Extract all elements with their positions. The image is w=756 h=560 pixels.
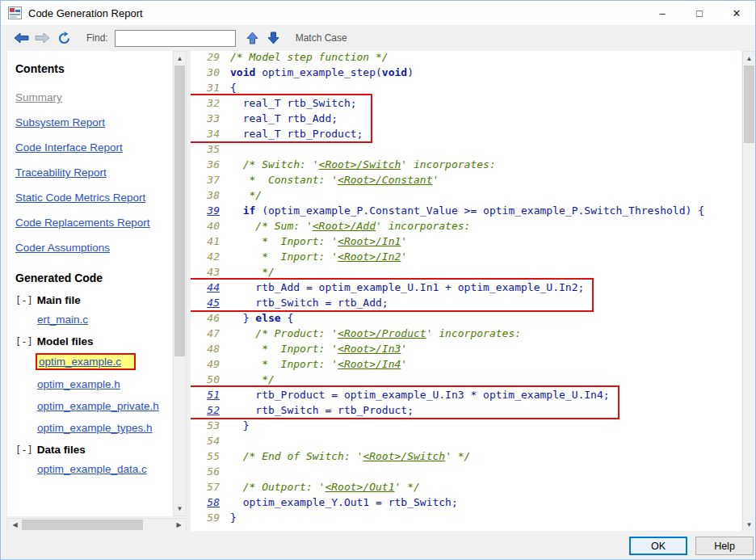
close-icon[interactable]: ✕ bbox=[718, 1, 755, 25]
sidebar-link-code-interface-report[interactable]: Code Interface Report bbox=[15, 141, 123, 154]
code-scrollbar-vertical[interactable]: ▲ ▼ bbox=[742, 51, 756, 533]
code-text: */ bbox=[230, 373, 275, 385]
minimize-icon[interactable]: – bbox=[644, 1, 681, 25]
highlight-box: 32 real_T rtb_Switch;33 real_T rtb_Add;3… bbox=[191, 95, 371, 141]
line-number-link[interactable]: 45 bbox=[199, 295, 220, 310]
file-link-optim_example.h[interactable]: optim_example.h bbox=[37, 378, 120, 390]
line-number: 31 bbox=[199, 80, 220, 95]
find-previous-icon[interactable] bbox=[242, 28, 263, 48]
code-line: 36 /* Switch: '<Root>/Switch' incorporat… bbox=[191, 157, 741, 172]
contents-links: SummarySubsystem ReportCode Interface Re… bbox=[15, 91, 165, 254]
scroll-left-icon[interactable]: ◀ bbox=[8, 519, 22, 531]
line-number: 54 bbox=[199, 433, 220, 448]
code-text: ' bbox=[401, 343, 407, 355]
sidebar-link-subsystem-report[interactable]: Subsystem Report bbox=[15, 116, 105, 128]
sidebar-scrollbar-horizontal[interactable]: ◀ ▶ bbox=[7, 518, 187, 532]
sidebar-link-summary[interactable]: Summary bbox=[15, 91, 62, 103]
sidebar-scrollbar-vertical[interactable]: ▲ ▼ bbox=[173, 51, 187, 516]
window-title: Code Generation Report bbox=[28, 7, 143, 19]
scrollbar-track[interactable] bbox=[22, 519, 172, 531]
code-line: 33 real_T rtb_Add; bbox=[191, 111, 363, 126]
line-number-link[interactable]: 44 bbox=[199, 280, 220, 295]
code-text: } bbox=[230, 512, 237, 524]
code-view: 29/* Model step function */30void optim_… bbox=[191, 51, 741, 533]
block-trace-link[interactable]: <Root>/In2 bbox=[338, 251, 401, 263]
highlight-box: 51 rtb_Product = optim_example_U.In3 * o… bbox=[191, 387, 618, 418]
code-line: 46 } else { bbox=[191, 310, 741, 326]
code-text: * Inport: ' bbox=[230, 251, 338, 263]
code-line: 47 /* Product: '<Root>/Product' incorpor… bbox=[191, 326, 741, 341]
scroll-right-icon[interactable]: ▶ bbox=[172, 519, 186, 531]
code-text: } bbox=[230, 312, 255, 324]
tree-collapse-icon[interactable]: [-] bbox=[15, 295, 33, 306]
code-line: 39 if (optim_example_P.Constant_Value >=… bbox=[191, 203, 741, 218]
scrollbar-thumb[interactable] bbox=[22, 520, 143, 530]
maximize-icon[interactable]: □ bbox=[681, 1, 718, 25]
code-text: /* End of Switch: ' bbox=[230, 450, 363, 462]
block-trace-link[interactable]: <Root>/Add bbox=[313, 220, 376, 232]
block-trace-link[interactable]: <Root>/Switch bbox=[319, 158, 401, 171]
app-icon bbox=[8, 6, 22, 19]
code-text: /* Sum: ' bbox=[230, 220, 313, 232]
contents-heading: Contents bbox=[15, 62, 165, 75]
line-number: 53 bbox=[199, 418, 220, 433]
code-line: 56 bbox=[191, 464, 741, 479]
tree-collapse-icon[interactable]: [-] bbox=[15, 336, 33, 347]
line-number-link[interactable]: 39 bbox=[199, 203, 220, 218]
code-text: * Inport: ' bbox=[230, 235, 338, 247]
scrollbar-thumb[interactable] bbox=[744, 65, 754, 143]
code-line: 29/* Model step function */ bbox=[191, 51, 741, 65]
forward-arrow-icon[interactable] bbox=[32, 28, 52, 48]
ok-button[interactable]: OK bbox=[629, 537, 687, 555]
back-arrow-icon[interactable] bbox=[10, 28, 32, 48]
footer: OK Help bbox=[1, 531, 755, 559]
scroll-down-icon[interactable]: ▼ bbox=[743, 518, 755, 532]
tree-group-label: Data files bbox=[37, 444, 86, 456]
block-trace-link[interactable]: <Root>/Out1 bbox=[325, 481, 394, 493]
block-trace-link[interactable]: <Root>/In4 bbox=[338, 358, 401, 370]
code-text: * Constant: ' bbox=[230, 174, 338, 186]
sidebar-link-static-code-metrics-report[interactable]: Static Code Metrics Report bbox=[15, 192, 145, 204]
line-number-link[interactable]: 51 bbox=[199, 387, 220, 402]
find-input[interactable] bbox=[115, 30, 236, 47]
code-text: ' incorporates: bbox=[401, 158, 495, 171]
refresh-icon[interactable] bbox=[52, 28, 75, 48]
block-trace-link[interactable]: <Root>/In1 bbox=[338, 235, 401, 247]
block-trace-link[interactable]: <Root>/Switch bbox=[363, 450, 445, 462]
code-text bbox=[230, 204, 243, 217]
file-link-ert_main.c[interactable]: ert_main.c bbox=[37, 314, 88, 326]
scrollbar-track[interactable] bbox=[743, 65, 755, 518]
line-number-link[interactable]: 58 bbox=[199, 495, 220, 510]
scrollbar-thumb[interactable] bbox=[174, 65, 185, 356]
code-line: 30void optim_example_step(void) bbox=[191, 65, 741, 80]
sidebar-link-traceability-report[interactable]: Traceability Report bbox=[15, 166, 107, 179]
block-trace-link[interactable]: <Root>/Product bbox=[338, 327, 426, 339]
file-link-optim_example_private.h[interactable]: optim_example_private.h bbox=[37, 400, 159, 412]
file-tree: [-]Main fileert_main.c[-]Model filesopti… bbox=[15, 294, 165, 475]
scroll-up-icon[interactable]: ▲ bbox=[743, 52, 755, 65]
scroll-down-icon[interactable]: ▼ bbox=[174, 502, 186, 516]
file-link-optim_example.c[interactable]: optim_example.c bbox=[37, 355, 134, 368]
line-number-link[interactable]: 52 bbox=[199, 402, 220, 418]
code-text: real_T rtb_Product; bbox=[230, 128, 363, 140]
find-next-icon[interactable] bbox=[263, 28, 284, 48]
scroll-up-icon[interactable]: ▲ bbox=[174, 52, 186, 65]
file-link-optim_example_data.c[interactable]: optim_example_data.c bbox=[37, 463, 147, 475]
code-text: rtb_Switch = rtb_Product; bbox=[230, 404, 414, 416]
scrollbar-track[interactable] bbox=[174, 65, 186, 502]
sidebar-link-coder-assumptions[interactable]: Coder Assumptions bbox=[15, 242, 110, 254]
match-case-option[interactable]: Match Case bbox=[296, 32, 347, 44]
block-trace-link[interactable]: <Root>/Constant bbox=[338, 174, 432, 186]
tree-collapse-icon[interactable]: [-] bbox=[15, 444, 33, 456]
code-text: /* Outport: ' bbox=[230, 481, 325, 493]
code-text: optim_example_Y.Out1 = rtb_Switch; bbox=[230, 496, 458, 508]
block-trace-link[interactable]: <Root>/In3 bbox=[338, 343, 401, 355]
help-button[interactable]: Help bbox=[695, 537, 754, 555]
sidebar-link-code-replacements-report[interactable]: Code Replacements Report bbox=[15, 217, 150, 229]
code-line: 57 /* Outport: '<Root>/Out1' */ bbox=[191, 479, 741, 495]
file-link-optim_example_types.h[interactable]: optim_example_types.h bbox=[37, 422, 153, 434]
code-lines: 29/* Model step function */30void optim_… bbox=[191, 51, 741, 525]
code-text: rtb_Add = optim_example_U.In1 + optim_ex… bbox=[230, 281, 584, 293]
code-generation-report-window: Code Generation Report – □ ✕ Find: Match… bbox=[0, 0, 756, 560]
code-text: * Inport: ' bbox=[230, 343, 338, 355]
